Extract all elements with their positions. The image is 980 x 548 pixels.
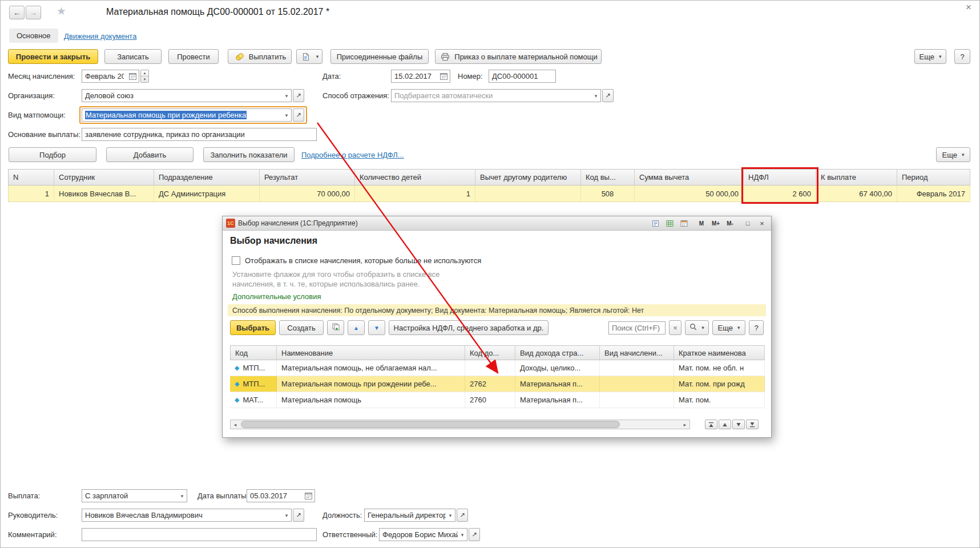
document-number-input[interactable]	[489, 70, 555, 82]
organization-combo[interactable]: Деловой союз ▾	[82, 89, 292, 102]
move-up-button[interactable]: ▲	[348, 320, 365, 335]
cell-income-kind[interactable]: Доходы, целико...	[515, 360, 600, 376]
cell-n[interactable]: 1	[8, 186, 54, 202]
cell-deduction-sum[interactable]: 50 000,00	[635, 186, 744, 202]
create-button[interactable]: Создать	[279, 320, 324, 335]
window-close-icon[interactable]: ×	[966, 2, 971, 13]
cell-to-pay[interactable]: 67 400,00	[816, 186, 897, 202]
chevron-down-icon[interactable]: ▾	[178, 490, 187, 502]
list-more-button[interactable]: Еще ▾	[936, 147, 970, 162]
chevron-down-icon[interactable]: ▾	[591, 90, 600, 102]
cell-code[interactable]: ◆МТП...	[230, 360, 277, 376]
reflection-open-button[interactable]: ↗	[602, 89, 614, 102]
cell-short-name[interactable]: Мат. пом. при рожд	[674, 376, 765, 392]
table-icon[interactable]	[664, 218, 675, 229]
maximize-icon[interactable]: □	[742, 218, 753, 229]
chevron-down-icon[interactable]: ▾	[282, 509, 291, 521]
organization-open-button[interactable]: ↗	[293, 89, 304, 102]
column-header-department[interactable]: Подразделение	[154, 170, 260, 185]
move-down-button[interactable]: ▼	[368, 320, 385, 335]
column-header-result[interactable]: Результат	[260, 170, 355, 185]
search-input[interactable]	[609, 322, 665, 334]
position-combo[interactable]: Генеральный директор ▾	[364, 509, 455, 522]
cell-accrual-kind[interactable]	[600, 392, 674, 408]
chevron-down-icon[interactable]: ▾	[282, 90, 291, 102]
attached-files-button[interactable]: Присоединенные файлы	[330, 49, 429, 64]
pay-button[interactable]: Выплатить	[228, 49, 292, 64]
date-input[interactable]	[392, 70, 438, 82]
cell-children[interactable]: 1	[355, 186, 475, 202]
payment-combo[interactable]: С зарплатой ▾	[82, 489, 187, 502]
cell-name[interactable]: Материальная помощь при рождении ребе...	[277, 376, 465, 392]
go-next-button[interactable]	[732, 420, 745, 429]
cell-name[interactable]: Материальная помощь	[277, 392, 465, 408]
cell-accrual-kind[interactable]	[600, 360, 674, 376]
memory-button[interactable]: М	[696, 218, 707, 229]
additional-conditions-link[interactable]: Дополнительные условия	[232, 292, 321, 301]
create-based-on-button[interactable]: ▾	[296, 49, 322, 64]
column-header-deduction-sum[interactable]: Сумма вычета	[635, 170, 744, 185]
dialog-titlebar[interactable]: 1С Выбор начисления (1С:Предприятие) М М…	[223, 216, 771, 231]
payout-order-button[interactable]: Приказ о выплате материальной помощи	[435, 49, 602, 64]
save-button[interactable]: Записать	[104, 49, 162, 64]
cell-short-name[interactable]: Мат. пом.	[674, 392, 765, 408]
manager-open-button[interactable]: ↗	[293, 509, 304, 522]
chevron-down-icon[interactable]: ▾	[446, 509, 455, 521]
cell-income-code[interactable]: 2760	[465, 392, 515, 408]
tab-document-movements-link[interactable]: Движения документа	[64, 32, 136, 41]
spin-down-icon[interactable]: ▾	[141, 76, 148, 82]
ndfl-details-link[interactable]: Подробнее о расчете НДФЛ...	[301, 151, 404, 159]
aid-type-combo[interactable]: Материальная помощь при рождении ребенка…	[82, 108, 292, 122]
add-button[interactable]: Добавить	[106, 147, 193, 162]
payment-date-input[interactable]	[247, 490, 303, 502]
cell-income-kind[interactable]: Материальная п...	[515, 376, 600, 392]
cell-accrual-kind[interactable]	[600, 376, 674, 392]
cell-name[interactable]: Материальная помощь, не облагаемая нал..…	[277, 360, 465, 376]
column-header-short-name[interactable]: Краткое наименова	[674, 346, 765, 360]
calendar-icon[interactable]	[127, 72, 139, 80]
scrollbar-track[interactable]	[240, 420, 680, 429]
cell-short-name[interactable]: Мат. пом. не обл. н	[674, 360, 765, 376]
post-and-close-button[interactable]: Провести и закрыть	[8, 49, 98, 64]
select-button[interactable]: Выбрать	[230, 320, 276, 335]
memory-plus-button[interactable]: М+	[710, 218, 721, 229]
calendar-icon[interactable]	[303, 492, 314, 499]
dialog-help-button[interactable]: ?	[749, 320, 764, 335]
back-button[interactable]: ←	[9, 6, 25, 19]
cell-ndfl[interactable]: 2 600	[744, 186, 816, 202]
dialog-close-icon[interactable]: ×	[756, 218, 768, 229]
column-header-children[interactable]: Количество детей	[355, 170, 475, 185]
chevron-down-icon[interactable]: ▾	[282, 109, 291, 121]
memory-minus-button[interactable]: М-	[724, 218, 736, 229]
fill-indicators-button[interactable]: Заполнить показатели	[203, 147, 295, 162]
cell-department[interactable]: ДС Администрация	[154, 186, 260, 202]
search-options-button[interactable]: ▾	[685, 320, 709, 335]
cell-result[interactable]: 70 000,00	[260, 186, 355, 202]
cell-income-kind[interactable]: Материальная п...	[515, 392, 600, 408]
column-header-other-parent[interactable]: Вычет другому родителю	[475, 170, 581, 185]
create-group-button[interactable]	[327, 320, 344, 335]
scroll-right-icon[interactable]: ▸	[680, 420, 689, 429]
responsible-combo[interactable]: Федоров Борис Михайлович ▾	[379, 528, 467, 541]
post-button[interactable]: Провести	[168, 49, 219, 64]
column-header-name[interactable]: Наименование	[277, 346, 465, 360]
responsible-open-button[interactable]: ↗	[469, 528, 480, 541]
column-header-ndfl[interactable]: НДФЛ	[744, 170, 816, 185]
cell-employee[interactable]: Новиков Вячеслав В...	[54, 186, 154, 202]
cell-period[interactable]: Февраль 2017	[897, 186, 970, 202]
dialog-more-button[interactable]: Еще ▾	[712, 320, 745, 335]
cell-income-code[interactable]: 2762	[465, 376, 515, 392]
go-last-button[interactable]	[746, 420, 759, 429]
reflection-combo[interactable]: Подбирается автоматически ▾	[391, 89, 601, 102]
pick-button[interactable]: Подбор	[9, 147, 96, 162]
comment-input[interactable]	[82, 529, 316, 541]
favorite-star-icon[interactable]: ★	[57, 5, 66, 18]
cell-code[interactable]: ◆МАТ...	[230, 392, 277, 408]
go-prev-button[interactable]	[719, 420, 731, 429]
show-unused-checkbox[interactable]	[232, 256, 240, 265]
column-header-accrual-kind[interactable]: Вид начислени...	[600, 346, 674, 360]
accrual-month-input[interactable]	[82, 70, 127, 82]
manager-combo[interactable]: Новиков Вячеслав Владимирович ▾	[82, 509, 292, 522]
spin-up-icon[interactable]: ▴	[141, 70, 148, 76]
clipboard-icon[interactable]	[650, 218, 661, 229]
